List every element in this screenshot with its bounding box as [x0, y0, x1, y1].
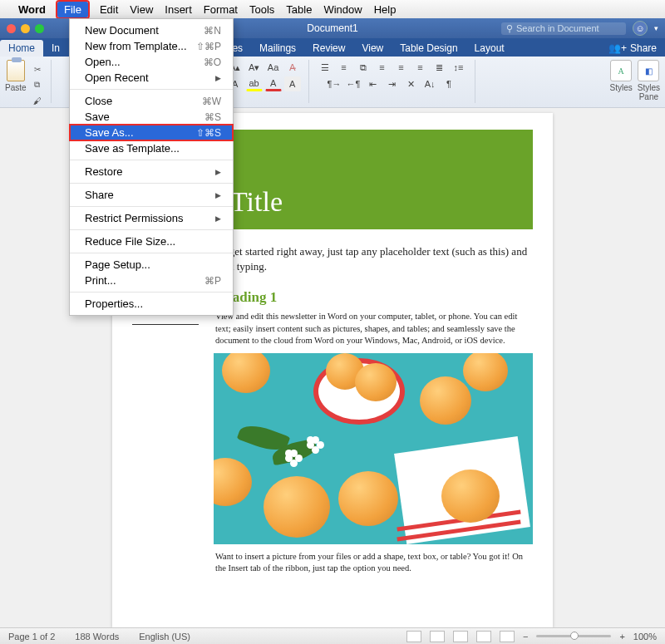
file-menu-new-document[interactable]: New Document⌘N	[70, 22, 233, 38]
multilevel-button[interactable]: ⧉	[355, 60, 372, 75]
heading-1[interactable]: Heading 1	[215, 289, 531, 306]
asian-layout-button[interactable]: ✕	[402, 76, 419, 91]
zoom-in-button[interactable]: +	[619, 632, 624, 642]
menu-window[interactable]: Window	[323, 3, 362, 16]
file-menu-restrict-permissions[interactable]: Restrict Permissions	[70, 210, 233, 226]
search-icon: ⚲	[506, 23, 513, 34]
char-shading-button[interactable]: A	[284, 76, 301, 91]
copy-icon[interactable]: ⧉	[32, 79, 43, 91]
increase-indent-button[interactable]: ⇥	[383, 76, 400, 91]
line-spacing-button[interactable]: ↕≡	[451, 60, 467, 75]
titlebar-chevron-icon[interactable]: ▾	[654, 24, 658, 32]
menu-table[interactable]: Table	[286, 3, 312, 16]
file-menu-save-as-template[interactable]: Save as Template...	[70, 140, 233, 156]
paste-group[interactable]: Paste	[5, 60, 27, 92]
zoom-out-button[interactable]: −	[523, 632, 528, 642]
share-icon: 👥+	[608, 42, 627, 54]
styles-label: Styles	[610, 83, 633, 92]
file-menu-properties[interactable]: Properties...	[70, 296, 233, 312]
intro-paragraph[interactable]: To get started right away, just tap any …	[215, 244, 531, 274]
styles-icon: A	[610, 60, 632, 81]
bullets-button[interactable]: ☰	[317, 60, 333, 75]
format-painter-icon[interactable]: 🖌	[32, 95, 43, 106]
tab-layout[interactable]: Layout	[466, 40, 513, 57]
body-paragraph-2[interactable]: Want to insert a picture from your files…	[215, 551, 531, 574]
styles-pane-button[interactable]: ◧ Styles Pane	[638, 60, 660, 101]
font-decrease-button[interactable]: A▾	[246, 60, 263, 75]
file-menu-share[interactable]: Share	[70, 187, 233, 203]
menu-help[interactable]: Help	[374, 3, 397, 16]
file-menu-print[interactable]: Print...⌘P	[70, 273, 233, 288]
content-image[interactable]	[214, 353, 533, 544]
styles-button[interactable]: A Styles	[610, 60, 633, 92]
justify-button[interactable]: ≣	[431, 60, 448, 75]
status-page[interactable]: Page 1 of 2	[8, 632, 55, 642]
draft-view-button[interactable]	[476, 631, 491, 642]
status-language[interactable]: English (US)	[139, 632, 190, 642]
web-layout-view-button[interactable]	[430, 631, 445, 642]
decrease-indent-button[interactable]: ⇤	[364, 76, 381, 91]
ltr-button[interactable]: ¶→	[326, 76, 342, 91]
align-center-button[interactable]: ≡	[393, 60, 410, 75]
sort-button[interactable]: A↓	[421, 76, 438, 91]
font-color-button[interactable]: A	[265, 76, 282, 91]
clipboard-icon	[7, 60, 25, 81]
focus-view-button[interactable]	[500, 631, 515, 642]
body-paragraph-1[interactable]: View and edit this newsletter in Word on…	[215, 311, 531, 347]
file-menu-page-setup[interactable]: Page Setup...	[70, 257, 233, 273]
close-window-icon[interactable]	[7, 24, 16, 33]
app-name[interactable]: Word	[18, 3, 46, 16]
account-avatar-icon[interactable]: ☺	[633, 21, 648, 36]
search-input[interactable]: ⚲ Search in Document	[501, 22, 626, 35]
menu-tools[interactable]: Tools	[249, 3, 274, 16]
menu-view[interactable]: View	[130, 3, 153, 16]
styles-pane-label: Styles Pane	[638, 83, 660, 101]
share-button[interactable]: 👥+Share	[600, 40, 665, 57]
document-title: Document1	[307, 22, 357, 34]
outline-view-button[interactable]	[453, 631, 468, 642]
rtl-button[interactable]: ←¶	[345, 76, 362, 91]
file-menu-save-as[interactable]: Save As...⇧⌘S	[70, 125, 233, 140]
highlight-button[interactable]: ab	[246, 76, 263, 91]
paste-label: Paste	[5, 83, 27, 92]
zoom-window-icon[interactable]	[35, 24, 44, 33]
clear-format-button[interactable]: A̶	[284, 60, 301, 75]
file-menu-open[interactable]: Open...⌘O	[70, 54, 233, 70]
file-menu-new-from-template[interactable]: New from Template...⇧⌘P	[70, 38, 233, 54]
print-layout-view-button[interactable]	[406, 631, 421, 642]
title-block: Title	[214, 130, 533, 229]
file-menu-restore[interactable]: Restore	[70, 164, 233, 179]
zoom-slider[interactable]	[536, 635, 611, 637]
file-menu-reduce-file-size[interactable]: Reduce File Size...	[70, 234, 233, 249]
file-dropdown: New Document⌘NNew from Template...⇧⌘POpe…	[69, 18, 234, 316]
document-title-text[interactable]: Title	[230, 186, 283, 218]
align-right-button[interactable]: ≡	[412, 60, 429, 75]
search-placeholder: Search in Document	[516, 23, 599, 33]
status-words[interactable]: 188 Words	[75, 632, 119, 642]
mac-menu-bar: Word File Edit View Insert Format Tools …	[0, 0, 665, 18]
tab-mailings[interactable]: Mailings	[251, 40, 304, 57]
menu-insert[interactable]: Insert	[165, 3, 192, 16]
tab-view[interactable]: View	[353, 40, 392, 57]
zoom-percent[interactable]: 100%	[633, 632, 657, 642]
file-menu-open-recent[interactable]: Open Recent	[70, 70, 233, 86]
file-menu-save[interactable]: Save⌘S	[70, 109, 233, 125]
menu-edit[interactable]: Edit	[100, 3, 118, 16]
styles-pane-icon: ◧	[638, 60, 659, 81]
align-left-button[interactable]: ≡	[374, 60, 391, 75]
numbering-button[interactable]: ≡	[336, 60, 352, 75]
cut-icon[interactable]: ✂	[32, 63, 43, 75]
tab-home[interactable]: Home	[0, 40, 43, 57]
paragraph-mark-button[interactable]: ¶	[441, 76, 457, 91]
minimize-window-icon[interactable]	[21, 24, 30, 33]
menu-file[interactable]: File	[57, 2, 88, 17]
tab-insert-partial[interactable]: In	[43, 40, 68, 57]
tab-table-design[interactable]: Table Design	[392, 40, 466, 57]
tab-review[interactable]: Review	[304, 40, 353, 57]
menu-format[interactable]: Format	[204, 3, 238, 16]
status-bar: Page 1 of 2 188 Words English (US) − + 1…	[0, 627, 665, 644]
change-case-button[interactable]: Aa	[265, 60, 282, 75]
file-menu-close[interactable]: Close⌘W	[70, 93, 233, 109]
